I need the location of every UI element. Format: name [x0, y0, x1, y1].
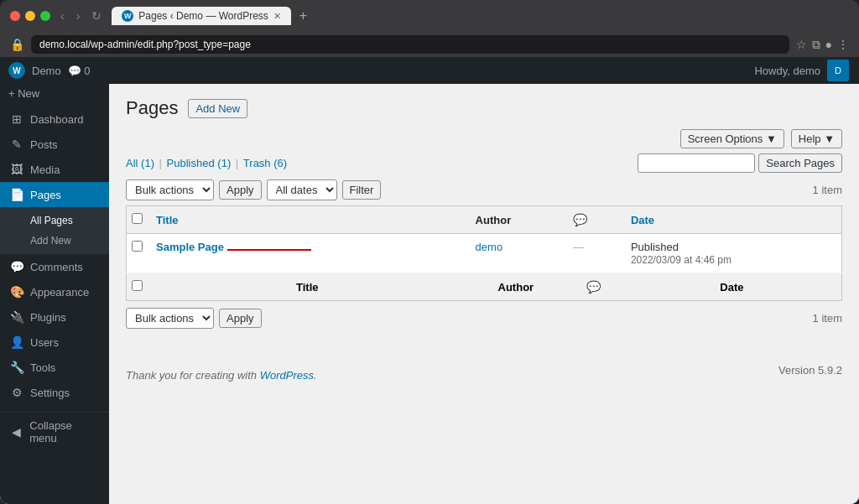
select-all-checkbox-bottom[interactable]: [132, 280, 143, 291]
comments-footer-header: 💬: [565, 273, 622, 301]
page-title: Pages: [126, 97, 178, 119]
comments-count-topbar[interactable]: 💬 0: [68, 65, 91, 77]
select-all-checkbox[interactable]: [132, 213, 143, 224]
sidebar-item-tools[interactable]: 🔧 Tools: [0, 355, 109, 380]
sidebar-label-dashboard: Dashboard: [30, 113, 84, 126]
forward-button[interactable]: ›: [73, 8, 84, 24]
sidebar-item-posts[interactable]: ✎ Posts: [0, 132, 109, 157]
filter-button[interactable]: Filter: [342, 180, 382, 200]
checkbox-footer-header: [127, 273, 148, 301]
search-pages-input[interactable]: [638, 153, 755, 173]
media-icon: 🖼: [10, 163, 23, 176]
title-footer-header[interactable]: Title: [148, 273, 467, 301]
sidebar-item-settings[interactable]: ⚙ Settings: [0, 380, 109, 405]
checkbox-header: [127, 206, 148, 234]
browser-titlebar: ‹ › ↻ W Pages ‹ Demo — WordPress ✕ +: [0, 0, 859, 32]
row-checkbox[interactable]: [132, 241, 143, 252]
all-dates-select[interactable]: All dates: [267, 179, 337, 200]
menu-icon[interactable]: ⋮: [837, 38, 849, 52]
page-header: Pages Add New: [126, 97, 842, 119]
sidebar-label-appearance: Appearance: [30, 286, 89, 299]
collapse-icon: ◀: [10, 425, 23, 439]
filter-links: All (1) | Published (1) | Trash (6): [126, 157, 287, 169]
wp-admin: W Demo 💬 0 + New ⊞ Dashboard ✎: [0, 57, 859, 504]
top-actions-bar: Bulk actions Apply All dates Filter 1 it…: [126, 179, 842, 200]
browser-nav: ‹ › ↻: [57, 8, 105, 24]
sidebar-item-users[interactable]: 👤 Users: [0, 330, 109, 355]
profile-icon[interactable]: ●: [825, 38, 832, 52]
bottom-actions-bar: Bulk actions Apply 1 item: [126, 308, 842, 329]
sidebar-item-appearance[interactable]: 🎨 Appearance: [0, 279, 109, 304]
new-menu-item[interactable]: + New: [8, 87, 39, 100]
search-pages-button[interactable]: Search Pages: [758, 153, 842, 173]
table-header-row: Title Author 💬 Date: [127, 206, 842, 234]
sidebar-label-comments: Comments: [30, 261, 83, 273]
item-count-bottom: 1 item: [813, 312, 842, 325]
sidebar-label-tools: Tools: [30, 361, 55, 374]
help-button[interactable]: Help ▼: [791, 129, 842, 148]
sidebar-item-media[interactable]: 🖼 Media: [0, 157, 109, 182]
filter-bar: All (1) | Published (1) | Trash (6) Sear…: [126, 153, 842, 173]
howdy-text: Howdy, demo: [754, 65, 820, 77]
address-right-icons: ☆ ⧉ ● ⋮: [796, 38, 849, 52]
bulk-actions-select-bottom[interactable]: Bulk actions: [126, 308, 214, 329]
footer-area: Thank you for creating with WordPress. V…: [126, 329, 842, 388]
page-title-link[interactable]: Sample Page: [156, 241, 224, 253]
window-controls: [10, 11, 50, 21]
wp-admin-logo[interactable]: W: [8, 62, 25, 79]
apply-button-top[interactable]: Apply: [219, 180, 262, 200]
wp-top-bar: W Demo 💬 0: [0, 57, 109, 84]
sidebar-label-plugins: Plugins: [30, 311, 66, 324]
new-tab-button[interactable]: +: [294, 7, 312, 25]
wp-top-bar-main: Howdy, demo D: [109, 57, 859, 84]
apply-button-bottom[interactable]: Apply: [219, 309, 262, 328]
bulk-actions-select-top[interactable]: Bulk actions: [126, 179, 214, 200]
red-underline-decoration: [227, 249, 311, 251]
sidebar-label-pages: Pages: [30, 189, 61, 201]
sidebar-item-plugins[interactable]: 🔌 Plugins: [0, 304, 109, 330]
back-button[interactable]: ‹: [57, 8, 68, 24]
date-column-header[interactable]: Date: [622, 206, 842, 234]
sidebar-submenu-all-pages[interactable]: All Pages: [0, 210, 109, 231]
maximize-dot[interactable]: [40, 11, 50, 21]
sidebar-label-settings: Settings: [30, 387, 70, 399]
user-avatar[interactable]: D: [827, 60, 849, 81]
tab-close-button[interactable]: ✕: [273, 11, 281, 22]
date-footer-header[interactable]: Date: [622, 273, 842, 301]
settings-icon: ⚙: [10, 386, 23, 399]
sidebar-menu: ⊞ Dashboard ✎ Posts 🖼 Media 📄 Pages: [0, 103, 109, 454]
row-comments-cell: —: [565, 234, 622, 273]
sidebar-item-comments[interactable]: 💬 Comments: [0, 254, 109, 279]
extensions-icon[interactable]: ⧉: [812, 38, 820, 52]
close-dot[interactable]: [10, 11, 20, 21]
posts-icon: ✎: [10, 138, 23, 151]
version-text: Version 5.9.2: [778, 364, 842, 377]
content-area: Pages Add New Screen Options ▼ Help ▼ Al…: [109, 84, 859, 504]
title-column-header[interactable]: Title: [148, 206, 467, 234]
tab-favicon: W: [122, 10, 133, 22]
row-date-cell: Published 2022/03/09 at 4:46 pm: [622, 234, 842, 273]
lock-icon: 🔒: [10, 38, 24, 51]
sidebar-submenu-add-new[interactable]: Add New: [0, 231, 109, 251]
filter-all[interactable]: All (1): [126, 157, 154, 169]
sidebar-item-dashboard[interactable]: ⊞ Dashboard: [0, 107, 109, 132]
filter-trash[interactable]: Trash (6): [243, 157, 287, 169]
wp-sidebar: W Demo 💬 0 + New ⊞ Dashboard ✎: [0, 57, 109, 504]
reload-button[interactable]: ↻: [88, 8, 105, 24]
site-name-topbar[interactable]: Demo: [32, 65, 61, 77]
minimize-dot[interactable]: [25, 11, 35, 21]
table-row: Sample Page demo — Publis: [127, 234, 842, 273]
comments-icon: 💬: [10, 260, 23, 273]
url-input[interactable]: [31, 35, 789, 54]
footer-text: Thank you for creating with WordPress.: [126, 362, 317, 388]
active-tab[interactable]: W Pages ‹ Demo — WordPress ✕: [112, 7, 291, 25]
screen-options-button[interactable]: Screen Options ▼: [680, 129, 784, 148]
bookmark-icon[interactable]: ☆: [796, 38, 807, 52]
filter-published[interactable]: Published (1): [167, 157, 232, 169]
browser-content: W Demo 💬 0 + New ⊞ Dashboard ✎: [0, 57, 859, 504]
sidebar-item-collapse[interactable]: ◀ Collapse menu: [0, 412, 109, 450]
author-link[interactable]: demo: [476, 241, 503, 253]
wordpress-link[interactable]: WordPress: [260, 369, 314, 382]
sidebar-item-pages[interactable]: 📄 Pages: [0, 182, 109, 207]
add-new-button[interactable]: Add New: [188, 99, 247, 118]
